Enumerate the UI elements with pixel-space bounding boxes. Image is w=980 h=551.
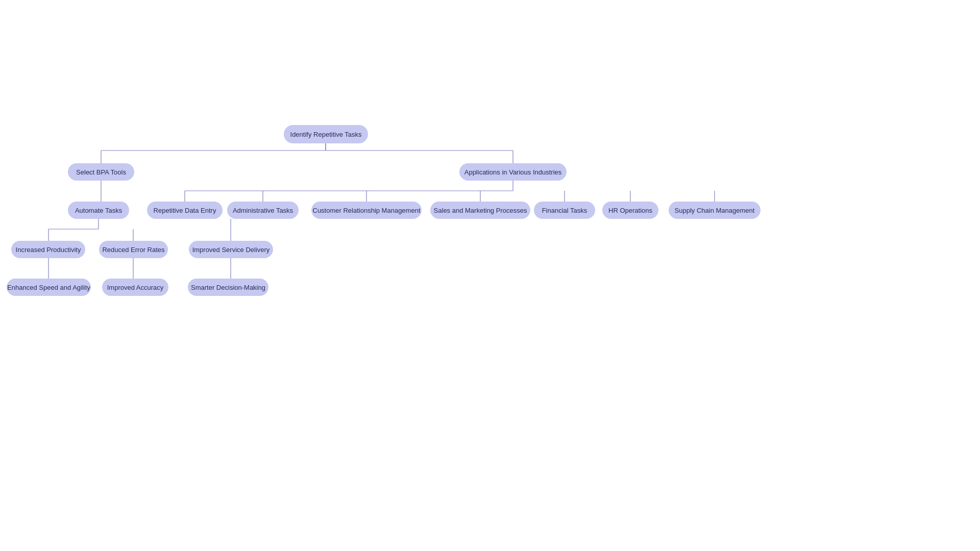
node-apps-various[interactable]: Applications in Various Industries xyxy=(459,163,567,181)
node-hr-ops[interactable]: HR Operations xyxy=(602,202,658,219)
node-automate[interactable]: Automate Tasks xyxy=(68,202,129,219)
node-supply[interactable]: Supply Chain Management xyxy=(669,202,761,219)
node-red-err[interactable]: Reduced Error Rates xyxy=(99,241,168,258)
node-smart-dec[interactable]: Smarter Decision-Making xyxy=(188,279,268,296)
diagram-container: Identify Repetitive Tasks Select BPA Too… xyxy=(0,0,980,551)
node-identify[interactable]: Identify Repetitive Tasks xyxy=(284,125,368,143)
node-sales-mkt[interactable]: Sales and Marketing Processes xyxy=(430,202,530,219)
node-rep-data[interactable]: Repetitive Data Entry xyxy=(147,202,223,219)
node-enh-speed[interactable]: Enhanced Speed and Agility xyxy=(7,279,91,296)
node-impr-acc[interactable]: Improved Accuracy xyxy=(102,279,168,296)
connector-lines xyxy=(0,0,980,551)
node-crm[interactable]: Customer Relationship Management xyxy=(311,202,422,219)
node-select-bpa[interactable]: Select BPA Tools xyxy=(68,163,134,181)
node-impr-svc[interactable]: Improved Service Delivery xyxy=(189,241,273,258)
node-admin-tasks[interactable]: Administrative Tasks xyxy=(227,202,299,219)
node-incr-prod[interactable]: Increased Productivity xyxy=(11,241,85,258)
node-financial[interactable]: Financial Tasks xyxy=(534,202,595,219)
